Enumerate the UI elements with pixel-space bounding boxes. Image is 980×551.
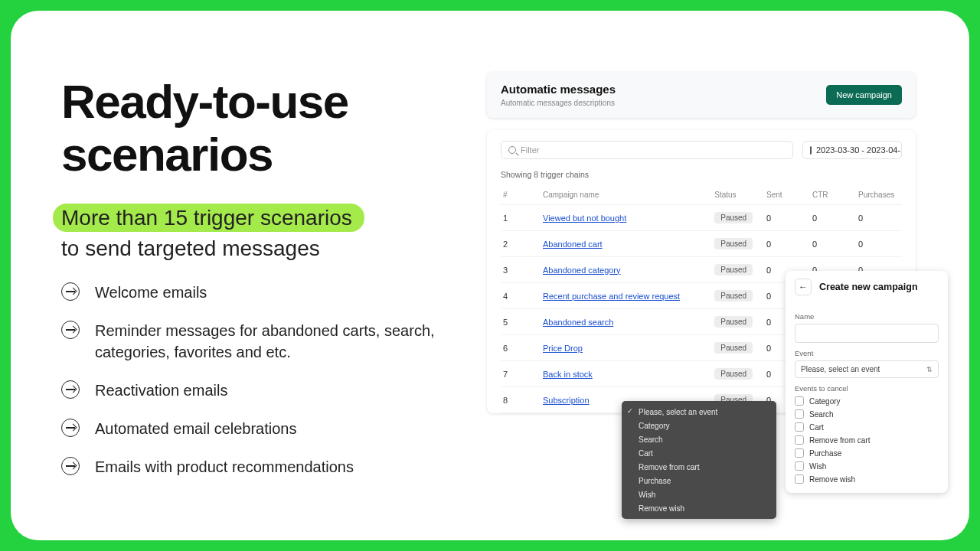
campaign-link[interactable]: Back in stock [543, 370, 593, 379]
table-row: 1Viewed but not boughtPaused000 [501, 205, 902, 231]
status-badge: Paused [714, 264, 753, 276]
header-card: Automatic messages Automatic messages de… [487, 72, 916, 118]
campaign-link[interactable]: Price Drop [543, 344, 583, 353]
campaign-link[interactable]: Recent purchase and review request [543, 292, 680, 301]
name-label: Name [795, 312, 939, 321]
dropdown-option[interactable]: Wish [622, 487, 776, 501]
checkbox-icon [795, 474, 804, 484]
status-badge: Paused [714, 290, 753, 302]
feature-item: Reactivation emails [61, 380, 444, 401]
cancel-event-option[interactable]: Category [795, 396, 939, 406]
campaign-link[interactable]: Abandoned cart [543, 240, 603, 249]
search-icon [508, 146, 516, 154]
arrow-circle-icon [61, 380, 80, 399]
date-range-picker[interactable]: 2023-03-30 - 2023-04- [802, 141, 902, 159]
feature-item: Automated email celebrations [61, 418, 444, 439]
create-campaign-panel: ← Create new campaign Name Event Please,… [786, 271, 948, 493]
dropdown-option[interactable]: Remove from cart [622, 460, 776, 474]
checkbox-icon [795, 396, 804, 406]
table-row: 2Abandoned cartPaused000 [501, 231, 902, 257]
arrow-circle-icon [61, 321, 80, 339]
page-title: Ready-to-usescenarios [61, 75, 444, 181]
events-to-cancel-label: Events to cancel [795, 384, 939, 393]
results-count: Showing 8 trigger chains [501, 170, 902, 179]
arrow-circle-icon [61, 457, 80, 475]
cancel-event-option[interactable]: Search [795, 409, 939, 419]
tagline: More than 15 trigger scenarios to send t… [61, 203, 444, 264]
filter-input[interactable]: Filter [501, 141, 793, 159]
status-badge: Paused [714, 316, 753, 328]
campaign-link[interactable]: Abandoned category [543, 266, 621, 275]
section-subtitle: Automatic messages descriptions [501, 99, 616, 107]
calendar-icon [810, 146, 812, 155]
event-label: Event [795, 349, 939, 357]
checkbox-icon [795, 422, 804, 432]
name-field[interactable] [795, 324, 939, 343]
arrow-circle-icon [61, 282, 80, 301]
cancel-event-option[interactable]: Purchase [795, 448, 939, 458]
feature-item: Reminder messages for abandoned carts, s… [61, 320, 444, 363]
checkbox-icon [795, 448, 804, 458]
checkbox-icon [795, 435, 804, 445]
feature-item: Emails with product recommendations [61, 456, 444, 478]
dropdown-option[interactable]: Purchase [622, 474, 776, 487]
cancel-event-option[interactable]: Remove from cart [795, 435, 939, 445]
dropdown-option[interactable]: Category [622, 419, 776, 432]
dropdown-option[interactable]: Search [622, 432, 776, 446]
panel-title: Create new campaign [819, 282, 918, 292]
checkbox-icon [795, 461, 804, 471]
feature-item: Welcome emails [61, 282, 444, 303]
dropdown-option[interactable]: Please, select an event [622, 405, 776, 419]
status-badge: Paused [714, 342, 753, 354]
arrow-circle-icon [61, 419, 80, 437]
status-badge: Paused [714, 368, 753, 380]
section-title: Automatic messages [501, 83, 616, 96]
chevron-updown-icon: ⇅ [926, 366, 933, 373]
back-button[interactable]: ← [795, 279, 812, 295]
cancel-event-option[interactable]: Cart [795, 422, 939, 432]
dropdown-option[interactable]: Remove wish [622, 501, 776, 515]
checkbox-icon [795, 409, 804, 419]
cancel-event-option[interactable]: Remove wish [795, 474, 939, 484]
event-dropdown[interactable]: Please, select an eventCategorySearchCar… [622, 401, 776, 519]
new-campaign-button[interactable]: New campaign [826, 85, 902, 105]
status-badge: Paused [714, 238, 753, 249]
campaign-link[interactable]: Abandoned search [543, 318, 613, 327]
cancel-event-option[interactable]: Wish [795, 461, 939, 471]
event-select[interactable]: Please, select an event ⇅ [795, 360, 939, 378]
dropdown-option[interactable]: Cart [622, 446, 776, 460]
campaign-link[interactable]: Subscription [543, 396, 590, 405]
status-badge: Paused [714, 212, 753, 223]
campaign-link[interactable]: Viewed but not bought [543, 214, 626, 223]
